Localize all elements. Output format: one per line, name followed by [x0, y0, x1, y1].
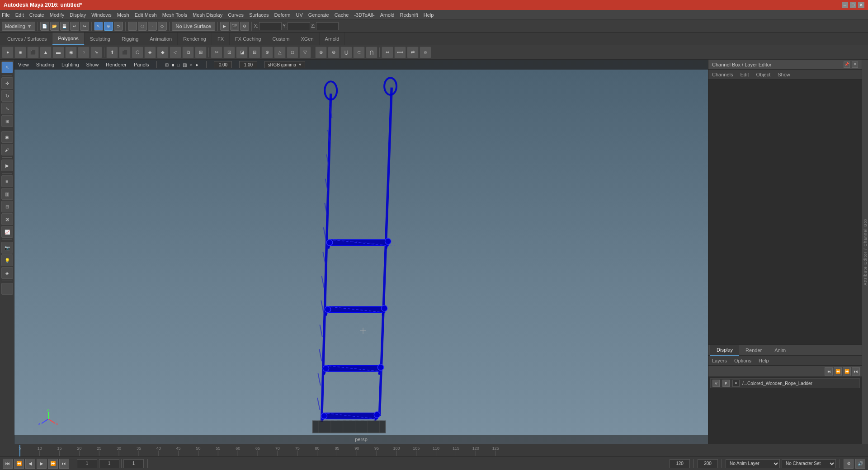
shadow-icon[interactable]: ● [195, 62, 198, 67]
shelf-extrude[interactable]: ⬆ [106, 47, 118, 58]
snap-surface-button[interactable]: ◇ [158, 22, 167, 31]
display-tab[interactable]: Display [710, 345, 739, 356]
minimize-button[interactable]: ─ [842, 2, 848, 8]
edit-tab[interactable]: Edit [740, 72, 749, 77]
ipr-button[interactable]: 🎬 [230, 22, 239, 31]
range-start-input[interactable] [99, 459, 119, 468]
layer-end-btn[interactable]: ⏭ [852, 367, 860, 376]
viewport-menu-shading[interactable]: Shading [36, 62, 54, 67]
step-back-button[interactable]: ⏪ [14, 459, 24, 469]
play-back-button[interactable]: ◀ [25, 459, 35, 469]
shelf-mirror[interactable]: ⇔ [382, 47, 393, 58]
channel-box-pin[interactable]: 📌 [844, 61, 850, 68]
shelf-combine[interactable]: ⊕ [315, 47, 327, 58]
range-input-2[interactable] [123, 459, 144, 468]
camera-btn[interactable]: 📷 [1, 242, 13, 254]
menu-curves[interactable]: Curves [228, 12, 244, 18]
channel-box-close[interactable]: ✕ [852, 61, 858, 68]
y-input[interactable] [288, 22, 310, 30]
menu-file[interactable]: File [2, 12, 10, 18]
go-start-button[interactable]: ⏮ [3, 459, 13, 469]
shelf-separate[interactable]: ⊖ [328, 47, 340, 58]
help-subtab[interactable]: Help [759, 358, 769, 363]
shelf-boolean-inter[interactable]: ⋂ [366, 47, 377, 58]
options-subtab[interactable]: Options [734, 358, 751, 363]
outliner-btn[interactable]: ⊠ [1, 213, 13, 225]
menu-generate[interactable]: Generate [308, 12, 329, 18]
menu-display[interactable]: Display [70, 12, 86, 18]
texture-icon[interactable]: ▥ [183, 62, 187, 67]
object-tab[interactable]: Object [756, 72, 770, 77]
menu-windows[interactable]: Windows [91, 12, 112, 18]
render-settings-button[interactable]: ⚙ [240, 22, 249, 31]
layer-row-1[interactable]: V P ≡ /...Colored_Wooden_Rope_Ladder [710, 378, 860, 388]
viewport-menu-panels[interactable]: Panels [134, 62, 149, 67]
menu-deform[interactable]: Deform [274, 12, 290, 18]
timeline[interactable] [0, 444, 868, 456]
render-tab[interactable]: Render [739, 345, 768, 356]
show-manipulator[interactable]: ⊞ [1, 115, 13, 127]
lasso-button[interactable]: ⊃ [114, 22, 123, 31]
layer-forward-btn[interactable]: ⏩ [843, 367, 851, 376]
shading-icon[interactable]: ■ [171, 62, 174, 67]
channels-tab[interactable]: Channels [712, 72, 733, 77]
viewport-menu-show[interactable]: Show [86, 62, 99, 67]
new-scene-button[interactable]: 📄 [40, 22, 49, 31]
snap-curve-button[interactable]: ◌ [138, 22, 147, 31]
shelf-cylinder[interactable]: ⬛ [27, 47, 39, 58]
shelf-bridge[interactable]: ⬛ [119, 47, 131, 58]
current-frame-input[interactable] [77, 459, 97, 468]
shelf-symmetrize[interactable]: ⟺ [394, 47, 406, 58]
rotate-tool[interactable]: ↻ [1, 90, 13, 102]
shelf-triangulate[interactable]: △ [274, 47, 286, 58]
menu-cache[interactable]: Cache [335, 12, 349, 18]
shelf-plane[interactable]: ▬ [52, 47, 64, 58]
layer-playback-btn[interactable]: P [722, 380, 730, 387]
light-btn[interactable]: 💡 [1, 254, 13, 266]
shelf-extract[interactable]: ⎋ [420, 47, 431, 58]
undo-button[interactable]: ↩ [70, 22, 79, 31]
menu-mesh-tools[interactable]: Mesh Tools [162, 12, 187, 18]
shelf-reduce[interactable]: ▽ [299, 47, 311, 58]
viewport-menu-renderer[interactable]: Renderer [106, 62, 127, 67]
shelf-helix[interactable]: ∿ [90, 47, 102, 58]
step-forward-button[interactable]: ⏩ [48, 459, 58, 469]
layer-back-btn[interactable]: ⏪ [834, 367, 842, 376]
layer-rewind-btn[interactable]: ⏮ [825, 367, 833, 376]
tab-rigging[interactable]: Rigging [116, 33, 144, 45]
workspace-dropdown[interactable]: Modeling ▼ [2, 22, 35, 31]
layer-visibility-btn[interactable]: V [712, 380, 720, 387]
tab-fx-caching[interactable]: FX Caching [230, 33, 267, 45]
shelf-smooth[interactable]: ⊛ [261, 47, 273, 58]
anim-tab[interactable]: Anim [768, 345, 792, 356]
attribute-editor-strip[interactable]: Attribute Editor / Channel Box [862, 60, 868, 444]
shelf-bevel[interactable]: ◪ [236, 47, 248, 58]
soft-select[interactable]: ◉ [1, 131, 13, 143]
no-live-surface-button[interactable]: No Live Surface [172, 22, 215, 31]
maximize-button[interactable]: □ [850, 2, 856, 8]
move-tool[interactable]: ✛ [1, 77, 13, 89]
tab-arnold[interactable]: Arnold [320, 33, 345, 45]
render-preview[interactable]: ▶ [1, 160, 13, 171]
show-tab[interactable]: Show [778, 72, 790, 77]
grid-icon[interactable]: ⊞ [165, 62, 169, 67]
shelf-wedge[interactable]: ◁ [170, 47, 181, 58]
tab-custom[interactable]: Custom [267, 33, 296, 45]
menu-modify[interactable]: Modify [50, 12, 64, 18]
shelf-sphere[interactable]: ● [2, 47, 14, 58]
menu-arnold[interactable]: Arnold [380, 12, 395, 18]
close-button[interactable]: ✕ [858, 2, 864, 8]
light-icon[interactable]: ○ [190, 62, 193, 67]
z-input[interactable] [316, 22, 339, 30]
paint-tool[interactable]: 🖌 [1, 144, 13, 155]
menu-redshift[interactable]: Redshift [400, 12, 418, 18]
shelf-append[interactable]: ⬡ [132, 47, 143, 58]
menu-edit[interactable]: Edit [15, 12, 24, 18]
tab-sculpting[interactable]: Sculpting [85, 33, 116, 45]
display-layer-btn[interactable]: ≡ [1, 175, 13, 187]
menu-3dtoall[interactable]: -3DToAll- [354, 12, 374, 18]
material-btn[interactable]: ◈ [1, 267, 13, 279]
shelf-cone[interactable]: ▲ [40, 47, 52, 58]
shelf-pipe[interactable]: ○ [78, 47, 90, 58]
char-set-select[interactable]: No Character Set [782, 459, 836, 468]
